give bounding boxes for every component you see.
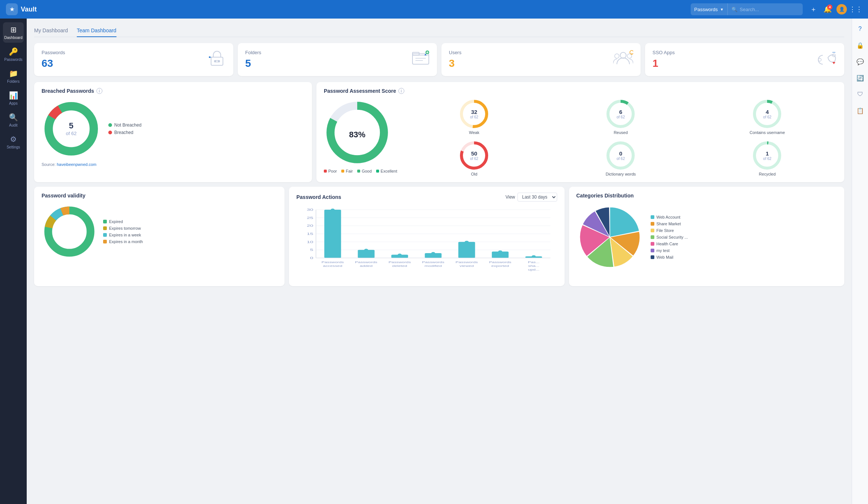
- right-icon-lock[interactable]: 🔒: [854, 39, 867, 52]
- stat-card-folders[interactable]: Folders 5: [238, 43, 437, 76]
- chevron-down-icon: ▼: [720, 7, 724, 12]
- stat-value-passwords: 63: [42, 58, 65, 69]
- svg-text:Passwords: Passwords: [489, 261, 511, 264]
- svg-point-13: [620, 52, 626, 58]
- pie-dot-2: [651, 229, 654, 232]
- stat-label-users: Users: [449, 50, 461, 55]
- breached-title: Breached Passwords i: [42, 88, 305, 94]
- pie-dot-3: [651, 235, 654, 239]
- right-icon-question[interactable]: ?: [854, 22, 867, 36]
- pie-legend-6: Web Mail: [651, 255, 837, 259]
- header-icons: ＋ 🔔 4 👤 ⋮⋮: [807, 3, 862, 16]
- assessment-inner: 83% Poor Fair: [324, 99, 837, 176]
- bar-chart: 051015202530PasswordsaccessedPasswordsad…: [296, 206, 557, 280]
- users-icon: [613, 50, 633, 69]
- search-input[interactable]: [740, 7, 799, 12]
- pie-legend-4: Health Care: [651, 242, 837, 246]
- mini-donut-center-0: 32 of 62: [470, 109, 478, 119]
- haveibeenpwned-link[interactable]: haveibeenpwned.com: [57, 162, 96, 167]
- expires-month-dot: [103, 240, 107, 243]
- pie-legend-1: Share Market: [651, 222, 837, 226]
- sidebar-label-dashboard: Dashboard: [4, 36, 23, 40]
- plus-icon: ＋: [810, 5, 817, 14]
- legend-poor: Poor: [324, 169, 337, 173]
- mini-donut-label-3: Old: [471, 172, 477, 176]
- svg-point-84: [532, 255, 536, 258]
- stat-card-users[interactable]: Users 3: [441, 43, 641, 76]
- svg-text:Pas...: Pas...: [528, 261, 539, 264]
- legend-good: Good: [357, 169, 372, 173]
- mini-donut-center-2: 4 of 62: [763, 109, 771, 119]
- right-icon-refresh[interactable]: 🔄: [854, 71, 867, 85]
- svg-text:exported: exported: [491, 265, 509, 268]
- pie-legend-0: Web Account: [651, 215, 837, 219]
- apps-grid-button[interactable]: ⋮⋮: [849, 3, 862, 16]
- assessment-donut: 83%: [324, 99, 391, 166]
- notification-button[interactable]: 🔔 4: [821, 3, 834, 16]
- tab-my-dashboard[interactable]: My Dashboard: [34, 24, 68, 37]
- validity-legend: Expired Expires tomorrow Expires in a we…: [103, 219, 143, 244]
- mini-donut-chart-0: 32 of 62: [459, 99, 489, 129]
- mini-donut-label-2: Contains username: [750, 130, 785, 135]
- assessment-info-icon[interactable]: i: [398, 88, 404, 94]
- mini-donut-center-5: 1 of 62: [763, 150, 771, 161]
- notification-badge: 4: [827, 4, 832, 10]
- search-area[interactable]: Passwords ▼ 🔍: [691, 3, 803, 15]
- sidebar-item-audit[interactable]: 🔍 Audit: [3, 110, 24, 130]
- legend-item-not-breached: Not Breached: [108, 122, 141, 128]
- avatar-button[interactable]: 👤: [835, 3, 848, 16]
- sidebar-label-passwords: Passwords: [4, 58, 23, 62]
- mini-donut-chart-1: 6 of 62: [606, 99, 635, 129]
- sidebar-item-dashboard[interactable]: ⊞ Dashboard: [3, 22, 24, 43]
- sidebar-item-passwords[interactable]: 🔑 Passwords: [3, 44, 24, 65]
- mini-donuts-grid: 32 of 62 Weak 6 of 62 Reused 4 of: [405, 99, 837, 176]
- pie-legend-3: Social Security ...: [651, 235, 837, 239]
- pie-dot-0: [651, 215, 654, 219]
- bottom-row: Password validity: [34, 187, 844, 286]
- sidebar-item-folders[interactable]: 📁 Folders: [3, 66, 24, 86]
- sidebar-label-settings: Settings: [7, 145, 20, 149]
- search-filter-button[interactable]: Passwords ▼: [691, 3, 728, 15]
- svg-point-67: [398, 253, 402, 256]
- svg-point-14: [615, 54, 619, 58]
- legend-expires-month: Expires in a month: [103, 239, 143, 244]
- svg-text:sha...: sha...: [528, 265, 539, 268]
- sidebar-item-settings[interactable]: ⚙ Settings: [3, 132, 24, 152]
- folder-stat-icon: [412, 50, 430, 69]
- legend-item-breached: Breached: [108, 130, 141, 135]
- sidebar-item-apps[interactable]: 📊 Apps: [3, 88, 24, 108]
- svg-text:20: 20: [307, 224, 313, 228]
- breached-info-icon[interactable]: i: [96, 88, 102, 94]
- middle-row: Breached Passwords i 5 of 62: [34, 82, 844, 182]
- fair-dot: [341, 170, 344, 173]
- mini-donut-chart-2: 4 of 62: [752, 99, 782, 129]
- mini-donut-old: 50 of 62 Old: [405, 141, 544, 176]
- sidebar-label-folders: Folders: [7, 79, 19, 84]
- view-dropdown[interactable]: Last 30 days Last 7 days Last 90 days: [517, 193, 557, 202]
- pie-dot-5: [651, 249, 654, 252]
- add-button[interactable]: ＋: [807, 3, 820, 16]
- svg-rect-56: [324, 210, 341, 258]
- right-sidebar: ? 🔒 💬 🔄 🛡 📋: [852, 19, 868, 504]
- settings-icon: ⚙: [10, 135, 17, 144]
- mini-donut-contains-username: 4 of 62 Contains username: [698, 99, 837, 135]
- legend-fair: Fair: [341, 169, 353, 173]
- right-icon-shield[interactable]: 🛡: [854, 88, 867, 101]
- expires-week-dot: [103, 233, 107, 237]
- assessment-legend: Poor Fair Good: [324, 169, 397, 173]
- breached-chart-container: 5 of 62 Not Breached Breach: [42, 99, 305, 158]
- stat-card-passwords[interactable]: Passwords 63: [34, 43, 233, 76]
- breached-legend: Not Breached Breached: [108, 122, 141, 135]
- mini-donut-label-1: Reused: [614, 130, 628, 135]
- right-icon-chat[interactable]: 💬: [854, 55, 867, 68]
- breached-center: 5 of 62: [66, 121, 77, 137]
- svg-text:modified: modified: [425, 265, 442, 268]
- right-icon-list[interactable]: 📋: [854, 104, 867, 117]
- tab-team-dashboard[interactable]: Team Dashboard: [77, 24, 116, 37]
- stat-card-sso[interactable]: SSO Apps 1: [645, 43, 844, 76]
- stat-value-users: 3: [449, 58, 461, 69]
- actions-title: Password Actions: [296, 194, 341, 200]
- categories-pie: [576, 204, 643, 271]
- assessment-score: 83%: [349, 125, 365, 141]
- svg-text:5: 5: [310, 248, 313, 252]
